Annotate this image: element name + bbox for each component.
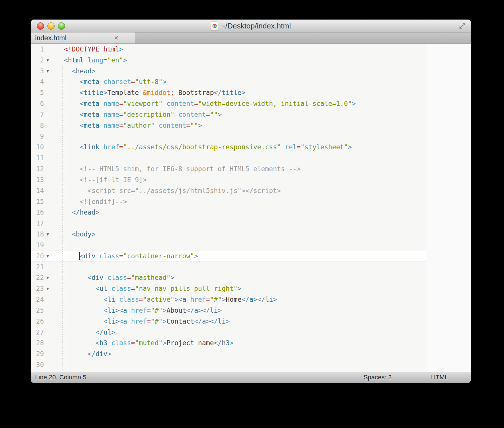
line-number[interactable]: 22 xyxy=(31,272,44,283)
line-number[interactable]: 13 xyxy=(31,175,44,186)
fold-arrow-icon[interactable]: ▾ xyxy=(44,272,51,283)
line-number[interactable]: 19 xyxy=(31,240,44,251)
indent-guide xyxy=(62,66,63,77)
line-number[interactable]: 17 xyxy=(31,218,44,229)
code-line[interactable]: 22▾<div class="masthead"> xyxy=(31,272,426,283)
code-line[interactable]: 27</ul> xyxy=(31,327,426,338)
code-line[interactable]: 13<!--[if lt IE 9]> xyxy=(31,175,426,186)
code-text: <!--[if lt IE 9]> xyxy=(64,175,147,186)
indent-guide xyxy=(62,98,63,109)
line-number[interactable]: 9 xyxy=(31,131,44,142)
code-line[interactable]: 25<li><a href="#">About</a></li> xyxy=(31,305,426,316)
code-text: <link href="../assets/css/bootstrap-resp… xyxy=(64,142,352,153)
code-line[interactable]: 14<script src="../assets/js/html5shiv.js… xyxy=(31,186,426,196)
minimap-area[interactable] xyxy=(426,44,471,372)
fold-arrow-icon[interactable]: ▾ xyxy=(44,55,51,66)
indent-guide xyxy=(62,175,63,186)
code-line[interactable]: 21 xyxy=(31,262,426,273)
line-number[interactable]: 6 xyxy=(31,98,44,109)
code-line[interactable]: 10<link href="../assets/css/bootstrap-re… xyxy=(31,142,426,153)
indent-guide xyxy=(62,349,63,360)
line-number[interactable]: 1 xyxy=(31,44,44,55)
line-number[interactable]: 3 xyxy=(31,66,44,77)
code-editor[interactable]: 1<!DOCTYPE html>2▾<html lang="en">3▾<hea… xyxy=(31,44,471,372)
line-number[interactable]: 16 xyxy=(31,207,44,218)
window-resize-icon[interactable] xyxy=(459,22,466,30)
code-line[interactable]: 20▾<div class="container-narrow"> xyxy=(31,251,426,262)
code-line[interactable]: 23▾<ul class="nav nav-pills pull-right"> xyxy=(31,283,426,294)
indent-guide xyxy=(78,131,78,142)
line-number[interactable]: 26 xyxy=(31,316,44,327)
indent-guide xyxy=(62,153,63,164)
code-line[interactable]: 9 xyxy=(31,131,426,142)
indent-guide xyxy=(78,153,78,164)
indent-guide xyxy=(62,294,63,305)
window-titlebar[interactable]: ~/Desktop/index.html xyxy=(31,20,471,32)
fold-arrow-icon[interactable]: ▾ xyxy=(44,251,51,262)
line-number[interactable]: 20 xyxy=(31,251,44,262)
line-number[interactable]: 8 xyxy=(31,120,44,131)
code-line[interactable]: 12<!-- HTML5 shim, for IE6-8 support of … xyxy=(31,164,426,175)
code-text: </ul> xyxy=(64,327,116,338)
status-bar: Line 20, Column 5 Spaces: 2 HTML xyxy=(31,372,471,383)
code-line[interactable]: 7<meta name="description" content=""> xyxy=(31,109,426,120)
indent-guide xyxy=(62,240,63,251)
indent-guide xyxy=(62,262,63,273)
code-line[interactable]: 29</div> xyxy=(31,349,426,360)
code-text: <li class="active"><a href="#">Home</a><… xyxy=(64,294,277,305)
desktop-background: ~/Desktop/index.html index.html ✕ 1<!DOC… xyxy=(0,0,504,428)
line-number[interactable]: 7 xyxy=(31,109,44,120)
indentation-status[interactable]: Spaces: 2 xyxy=(363,372,392,383)
indent-guide xyxy=(62,305,63,316)
line-number[interactable]: 5 xyxy=(31,87,44,98)
line-number[interactable]: 11 xyxy=(31,153,44,164)
line-number[interactable]: 24 xyxy=(31,294,44,305)
indent-guide xyxy=(62,120,63,131)
code-line[interactable]: 30 xyxy=(31,360,426,370)
code-line[interactable]: 8<meta name="author" content=""> xyxy=(31,120,426,131)
code-line[interactable]: 28<h3 class="muted">Project name</h3> xyxy=(31,338,426,349)
code-line[interactable]: 11 xyxy=(31,153,426,164)
line-number[interactable]: 14 xyxy=(31,186,44,196)
line-number[interactable]: 21 xyxy=(31,262,44,273)
code-line[interactable]: 2▾<html lang="en"> xyxy=(31,55,426,66)
code-line[interactable]: 4<meta charset="utf-8"> xyxy=(31,77,426,87)
fold-arrow-icon[interactable]: ▾ xyxy=(44,283,51,294)
fold-arrow-icon[interactable]: ▾ xyxy=(44,229,51,240)
indent-guide xyxy=(62,207,63,218)
code-line[interactable]: 6<meta name="viewport" content="width=de… xyxy=(31,98,426,109)
line-number[interactable]: 15 xyxy=(31,196,44,207)
code-line[interactable]: 19 xyxy=(31,240,426,251)
line-number[interactable]: 23 xyxy=(31,283,44,294)
code-line[interactable]: 24<li class="active"><a href="#">Home</a… xyxy=(31,294,426,305)
line-number[interactable]: 28 xyxy=(31,338,44,349)
code-line[interactable]: 18▾<body> xyxy=(31,229,426,240)
code-text: <meta name="author" content=""> xyxy=(64,120,202,131)
tab-index-html[interactable]: index.html ✕ xyxy=(31,33,135,43)
syntax-status[interactable]: HTML xyxy=(431,372,448,383)
tab-close-icon[interactable]: ✕ xyxy=(114,33,119,43)
window-title-area: ~/Desktop/index.html xyxy=(31,20,471,32)
line-number[interactable]: 27 xyxy=(31,327,44,338)
chrome-logo-icon xyxy=(212,24,217,28)
code-line[interactable]: 1<!DOCTYPE html> xyxy=(31,44,426,55)
fold-arrow-icon[interactable]: ▾ xyxy=(44,66,51,77)
code-line[interactable]: 5<title>Template &middot; Bootstrap</tit… xyxy=(31,87,426,98)
indent-guide xyxy=(70,218,70,229)
line-number[interactable]: 18 xyxy=(31,229,44,240)
line-number[interactable]: 25 xyxy=(31,305,44,316)
line-number[interactable]: 4 xyxy=(31,77,44,87)
code-line[interactable]: 17 xyxy=(31,218,426,229)
line-number[interactable]: 30 xyxy=(31,360,44,370)
indent-guide xyxy=(70,262,70,273)
code-text: </div> xyxy=(64,349,111,360)
code-line[interactable]: 3▾<head> xyxy=(31,66,426,77)
code-line[interactable]: 15<![endif]--> xyxy=(31,196,426,207)
code-line[interactable]: 16</head> xyxy=(31,207,426,218)
line-number[interactable]: 12 xyxy=(31,164,44,175)
code-line[interactable]: 26<li><a href="#">Contact</a></li> xyxy=(31,316,426,327)
line-number[interactable]: 29 xyxy=(31,349,44,360)
line-number[interactable]: 2 xyxy=(31,55,44,66)
tab-label: index.html xyxy=(35,33,66,43)
line-number[interactable]: 10 xyxy=(31,142,44,153)
